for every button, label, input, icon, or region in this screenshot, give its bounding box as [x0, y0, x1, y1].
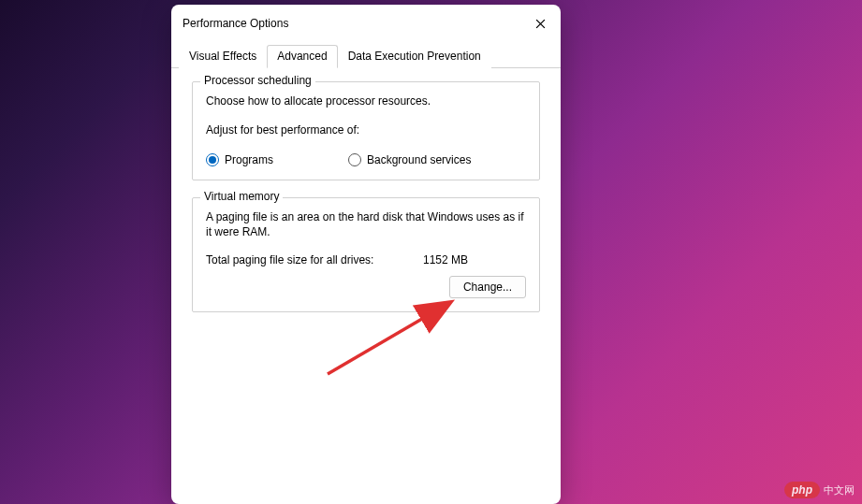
vm-total-label: Total paging file size for all drives: [206, 253, 423, 266]
vm-button-row: Change... [206, 276, 526, 298]
tab-advanced[interactable]: Advanced [267, 45, 337, 68]
change-button[interactable]: Change... [449, 276, 526, 298]
processor-group-desc: Choose how to allocate processor resourc… [206, 94, 526, 109]
watermark-suffix: 中文网 [824, 483, 855, 497]
radio-background-services[interactable]: Background services [348, 153, 471, 166]
radio-background-label: Background services [367, 153, 471, 166]
processor-radio-row: Programs Background services [206, 153, 526, 166]
close-button[interactable] [529, 12, 551, 35]
radio-programs-label: Programs [225, 153, 273, 166]
tab-visual-effects[interactable]: Visual Effects [179, 45, 267, 68]
window-title: Performance Options [183, 17, 288, 30]
vm-total-row: Total paging file size for all drives: 1… [206, 253, 526, 266]
close-icon [535, 19, 546, 29]
radio-icon [348, 153, 361, 166]
vm-group-desc: A paging file is an area on the hard dis… [206, 209, 526, 241]
processor-adjust-label: Adjust for best performance of: [206, 122, 526, 138]
watermark: php 中文网 [784, 482, 855, 498]
tab-bar: Visual Effects Advanced Data Execution P… [171, 44, 561, 68]
tab-content: Processor scheduling Choose how to alloc… [171, 68, 561, 504]
processor-scheduling-group: Processor scheduling Choose how to alloc… [192, 81, 540, 180]
watermark-brand: php [784, 482, 820, 498]
performance-options-dialog: Performance Options Visual Effects Advan… [171, 5, 561, 504]
processor-group-title: Processor scheduling [200, 74, 315, 87]
vm-group-title: Virtual memory [200, 190, 283, 203]
virtual-memory-group: Virtual memory A paging file is an area … [192, 197, 540, 313]
vm-total-value: 1152 MB [423, 253, 468, 266]
titlebar: Performance Options [171, 5, 561, 38]
radio-icon [206, 153, 219, 166]
radio-programs[interactable]: Programs [206, 153, 273, 166]
tab-dep[interactable]: Data Execution Prevention [338, 45, 491, 68]
